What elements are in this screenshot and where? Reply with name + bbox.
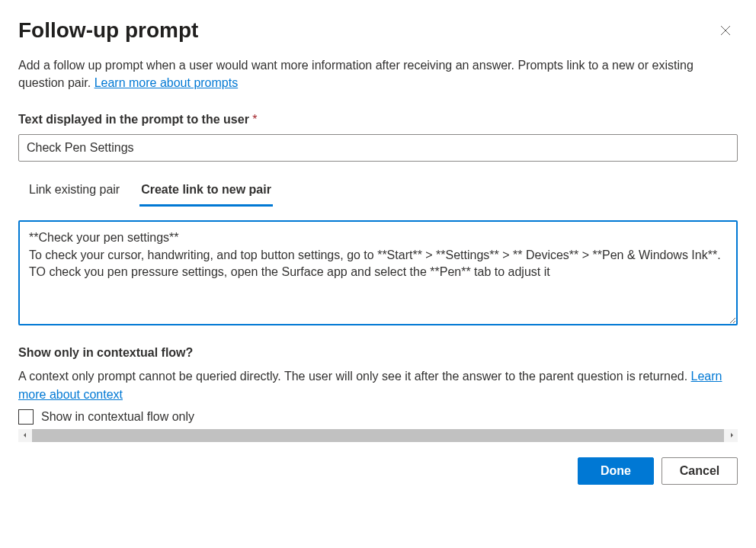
dialog-description: Add a follow up prompt when a user would…: [18, 56, 738, 91]
tab-link-existing[interactable]: Link existing pair: [27, 178, 121, 207]
dialog-footer: Done Cancel: [18, 457, 738, 485]
contextual-heading: Show only in contextual flow?: [18, 346, 738, 360]
contextual-checkbox-row: Show in contextual flow only: [18, 409, 738, 425]
display-text-input[interactable]: [18, 134, 738, 162]
triangle-right-icon: [729, 432, 735, 438]
close-button[interactable]: [713, 18, 738, 43]
triangle-left-icon: [22, 432, 28, 438]
done-button[interactable]: Done: [578, 457, 654, 485]
scroll-right-arrow[interactable]: [725, 429, 738, 442]
contextual-checkbox[interactable]: [18, 409, 34, 425]
dialog-title: Follow-up prompt: [18, 18, 198, 43]
horizontal-scrollbar[interactable]: [18, 429, 738, 442]
answer-textarea[interactable]: [18, 220, 738, 325]
dialog-header: Follow-up prompt: [18, 18, 738, 43]
tab-create-new[interactable]: Create link to new pair: [139, 178, 273, 207]
close-icon: [720, 25, 731, 36]
svg-marker-2: [24, 433, 26, 437]
required-indicator: *: [252, 113, 257, 126]
learn-more-prompts-link[interactable]: Learn more about prompts: [94, 76, 239, 89]
scroll-thumb[interactable]: [32, 429, 724, 442]
followup-prompt-dialog: Follow-up prompt Add a follow up prompt …: [0, 0, 756, 548]
contextual-description: A context only prompt cannot be queried …: [18, 367, 738, 402]
tab-list: Link existing pair Create link to new pa…: [18, 178, 738, 207]
scroll-left-arrow[interactable]: [18, 429, 31, 442]
contextual-checkbox-label[interactable]: Show in contextual flow only: [41, 410, 194, 424]
display-text-label: Text displayed in the prompt to the user…: [18, 113, 738, 127]
cancel-button[interactable]: Cancel: [662, 457, 738, 485]
svg-marker-3: [731, 433, 733, 437]
